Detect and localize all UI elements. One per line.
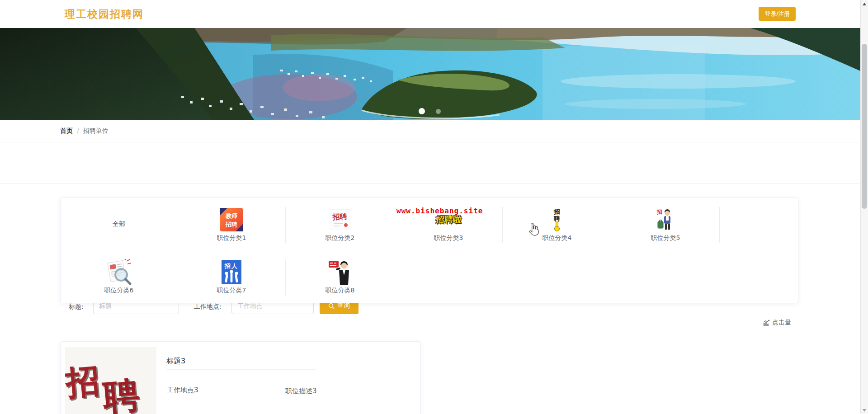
breadcrumb-separator: / (77, 127, 79, 134)
svg-text:招聘: 招聘 (225, 221, 237, 228)
sort-clicks-label: 点击量 (772, 319, 791, 327)
svg-text:教师: 教师 (225, 212, 237, 219)
site-logo[interactable]: 理工校园招聘网 (65, 7, 144, 21)
job-location: 工作地点3 (167, 386, 198, 395)
carousel-dot-active[interactable] (419, 108, 425, 114)
category-label: 职位分类1 (217, 234, 246, 242)
category-item-4[interactable]: 招 聘 职位分类4 (503, 198, 611, 250)
banner-image (0, 28, 860, 120)
blue-zhaoren-hands-icon: 招人 (221, 259, 242, 285)
category-label: 职位分类8 (326, 287, 355, 295)
search-icon (328, 303, 335, 309)
category-all-label: 全部 (113, 220, 125, 228)
yellow-zhaopinla-icon: 招聘啦 (435, 214, 462, 226)
vertical-zhaopin-hand-icon: 招 聘 (551, 207, 563, 232)
category-item-3[interactable]: 招聘啦 职位分类3 (394, 198, 503, 250)
vertical-scrollbar[interactable] (860, 0, 868, 414)
login-register-button[interactable]: 登录/注册 (759, 7, 796, 21)
category-item-5[interactable]: 招 职位分类5 (611, 198, 720, 250)
job-list-item[interactable]: 招 聘 标题3 工作地点3 职位描述3 (60, 341, 421, 414)
svg-text:招: 招 (656, 209, 662, 215)
category-item-2[interactable]: 招聘 职位分类2 (286, 198, 394, 250)
svg-text:聘: 聘 (554, 215, 560, 222)
svg-text:招: 招 (554, 208, 560, 215)
magnifier-paper-icon (105, 259, 132, 285)
site-watermark: www.bishebang.site (396, 207, 483, 215)
scrollbar-down-arrow-icon[interactable] (863, 409, 866, 412)
scrollbar-up-arrow-icon[interactable] (863, 3, 866, 5)
teacher-recruit-badge-icon: 教师 招聘 (220, 208, 243, 231)
job-title: 标题3 (166, 357, 185, 366)
category-item-6[interactable]: 职位分类6 (61, 250, 177, 303)
category-item-8[interactable]: 职位分类8 (286, 250, 394, 303)
breadcrumb-home-link[interactable]: 首页 (60, 127, 73, 134)
job-thumbnail-zhaopin-image: 招 聘 (65, 347, 156, 414)
category-label: 职位分类5 (651, 234, 680, 242)
category-item-7[interactable]: 招人 职位分类7 (177, 250, 286, 303)
job-description: 职位描述3 (285, 387, 317, 395)
breadcrumb-current: 招聘单位 (83, 127, 108, 134)
svg-text:招聘: 招聘 (332, 212, 347, 221)
carousel-dot[interactable] (436, 109, 441, 114)
search-form: 标题: 工作地点: 查询 (0, 142, 860, 183)
sort-by-clicks[interactable]: 点击量 (763, 319, 791, 327)
hero-carousel (0, 28, 860, 120)
title-label: 标题: (69, 303, 84, 311)
page: 理工校园招聘网 登录/注册 (0, 0, 868, 414)
location-label: 工作地点: (194, 303, 222, 311)
category-label: 职位分类6 (104, 287, 134, 295)
suited-person-sign-icon (328, 259, 352, 285)
category-item-1[interactable]: 教师 招聘 职位分类1 (177, 198, 286, 250)
category-label: 职位分类4 (542, 234, 572, 242)
category-label: 职位分类2 (326, 234, 355, 242)
jobseeker-person-icon: 招 (656, 208, 675, 231)
breadcrumb-bar: 首页/招聘单位 (0, 120, 860, 142)
category-label: 职位分类7 (217, 287, 246, 295)
top-header: 理工校园招聘网 登录/注册 (0, 0, 860, 28)
divider (166, 369, 316, 370)
divider (166, 398, 316, 398)
scrollbar-thumb[interactable] (862, 44, 867, 209)
category-all[interactable]: 全部 (61, 198, 177, 250)
red-zhaopin-stamp-icon: 招聘 (330, 209, 350, 230)
clicks-chart-icon (763, 320, 770, 326)
svg-text:招人: 招人 (224, 263, 238, 269)
category-label: 职位分类3 (434, 234, 463, 242)
breadcrumb: 首页/招聘单位 (60, 127, 108, 135)
